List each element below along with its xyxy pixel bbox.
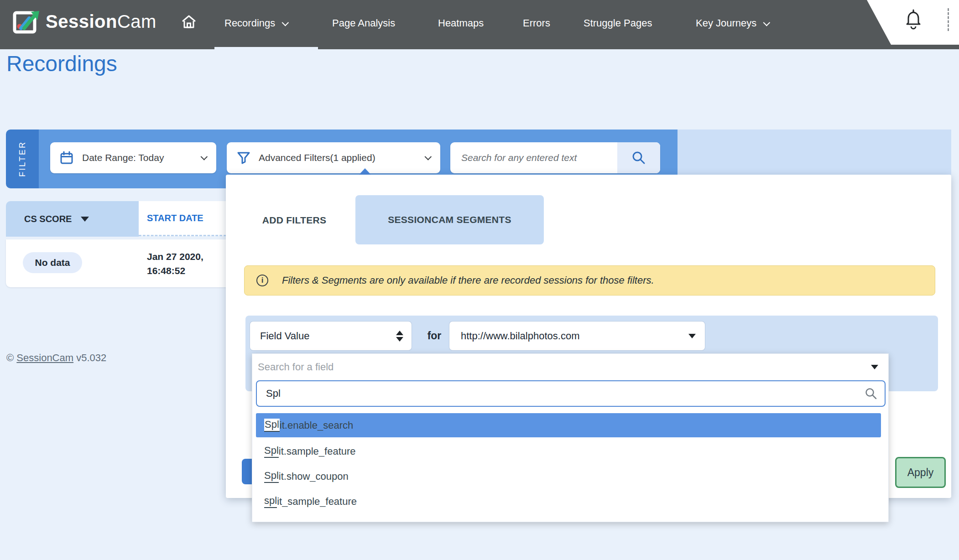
nav-item-page-analysis[interactable]: Page Analysis bbox=[332, 14, 395, 33]
search-icon bbox=[631, 150, 646, 166]
nav-item-heatmaps-label: Heatmaps bbox=[438, 17, 484, 29]
filter-side-tab[interactable]: FILTER bbox=[6, 130, 39, 188]
footer-copyright: © SessionCam v5.032 bbox=[6, 352, 106, 364]
select-dropdown-icon bbox=[871, 365, 878, 369]
brand-wordmark: SessionCam bbox=[46, 11, 156, 32]
match-highlight: Spl bbox=[264, 445, 279, 458]
nav-item-recordings-label: Recordings bbox=[224, 17, 275, 29]
option-rest: it.enable_search bbox=[280, 420, 353, 431]
field-search-input[interactable] bbox=[257, 388, 865, 399]
filter-bar-light-section bbox=[678, 130, 951, 175]
warning-text: Filters & Segments are only available if… bbox=[282, 275, 654, 286]
select-dropdown-icon bbox=[688, 334, 696, 338]
field-search-dropdown: Search for a field Split.enable_search S… bbox=[252, 353, 889, 522]
for-label: for bbox=[421, 321, 448, 350]
sessioncam-footer-link[interactable]: SessionCam bbox=[16, 352, 73, 363]
chevron-down-icon bbox=[763, 19, 771, 26]
chevron-down-icon bbox=[201, 153, 208, 160]
copyright-symbol: © bbox=[6, 352, 14, 363]
field-select-placeholder: Search for a field bbox=[258, 361, 334, 373]
start-date-value: Jan 27 2020, 16:48:52 bbox=[147, 249, 203, 278]
search-icon bbox=[865, 387, 877, 400]
cs-score-badge: No data bbox=[23, 252, 82, 273]
select-updown-icon bbox=[396, 331, 403, 342]
table-row[interactable]: No data Jan 27 2020, 16:48:52 bbox=[6, 239, 226, 287]
home-icon bbox=[181, 14, 197, 30]
nav-item-struggle-pages-label: Struggle Pages bbox=[584, 17, 652, 29]
page-title: Recordings bbox=[6, 51, 117, 76]
version-label: v5.032 bbox=[76, 352, 106, 363]
warning-banner: i Filters & Segments are only available … bbox=[244, 265, 935, 296]
app-window: SessionCam Recordings Page Analysis Heat… bbox=[0, 0, 959, 560]
search-submit-button[interactable] bbox=[617, 142, 660, 173]
chevron-down-icon bbox=[425, 153, 432, 160]
filter-tab-label: FILTER bbox=[18, 141, 27, 177]
table-header-cs-score[interactable]: CS SCORE bbox=[6, 201, 139, 237]
nav-item-page-analysis-label: Page Analysis bbox=[332, 17, 395, 29]
nav-item-key-journeys[interactable]: Key Journeys bbox=[696, 14, 768, 33]
panel-pointer-arrow bbox=[359, 168, 371, 175]
nav-item-heatmaps[interactable]: Heatmaps bbox=[438, 14, 484, 33]
option-rest: it.show_coupon bbox=[279, 471, 349, 482]
chevron-down-icon bbox=[282, 19, 289, 26]
top-navbar: SessionCam Recordings Page Analysis Heat… bbox=[0, 0, 959, 47]
site-url-value: http://www.bilalphotos.com bbox=[461, 330, 579, 342]
field-option[interactable]: Split.sample_feature bbox=[256, 439, 881, 463]
advanced-filters-label: Advanced Filters(1 applied) bbox=[259, 152, 418, 163]
calendar-icon bbox=[59, 150, 74, 165]
field-option[interactable]: Split.show_coupon bbox=[256, 464, 881, 488]
field-option-selected[interactable]: Split.enable_search bbox=[256, 413, 881, 437]
nav-item-errors[interactable]: Errors bbox=[523, 14, 550, 33]
match-highlight: Spl bbox=[264, 419, 280, 432]
sort-descending-icon bbox=[81, 217, 89, 222]
nav-item-struggle-pages[interactable]: Struggle Pages bbox=[584, 14, 652, 33]
date-range-label: Date Range: Today bbox=[82, 152, 194, 163]
info-icon: i bbox=[256, 275, 268, 286]
tab-sessioncam-segments[interactable]: SESSIONCAM SEGMENTS bbox=[355, 195, 544, 244]
sessioncam-logo-icon bbox=[12, 7, 40, 36]
bell-icon bbox=[904, 9, 923, 30]
navbar-bottom-strip-left bbox=[0, 47, 214, 49]
field-search-inputbox bbox=[256, 380, 886, 407]
cs-score-header-label: CS SCORE bbox=[24, 214, 72, 224]
text-search-box bbox=[450, 142, 660, 173]
drag-handle-dashes[interactable] bbox=[948, 8, 949, 31]
notifications-bell-button[interactable] bbox=[904, 9, 923, 30]
start-date-header-label: START DATE bbox=[147, 213, 203, 223]
nav-item-key-journeys-label: Key Journeys bbox=[696, 17, 756, 29]
option-rest: it.sample_feature bbox=[279, 446, 356, 457]
nav-item-errors-label: Errors bbox=[523, 17, 550, 29]
filter-funnel-icon bbox=[237, 151, 250, 165]
brand-logo[interactable]: SessionCam bbox=[12, 7, 156, 36]
navbar-bottom-strip-right bbox=[318, 47, 959, 49]
date-range-button[interactable]: Date Range: Today bbox=[50, 142, 216, 173]
search-input[interactable] bbox=[450, 142, 617, 173]
tab-add-filters[interactable]: ADD FILTERS bbox=[244, 196, 344, 244]
field-option[interactable]: split_sample_feature bbox=[256, 489, 881, 513]
nav-item-recordings[interactable]: Recordings bbox=[224, 14, 287, 33]
advanced-filters-button[interactable]: Advanced Filters(1 applied) bbox=[227, 142, 440, 173]
match-highlight: Spl bbox=[264, 470, 279, 483]
field-select-collapsed[interactable]: Search for a field bbox=[252, 354, 888, 380]
option-rest: it_sample_feature bbox=[277, 496, 357, 508]
field-type-select[interactable]: Field Value bbox=[250, 321, 412, 350]
table-header-start-date[interactable]: START DATE bbox=[139, 201, 226, 236]
apply-button[interactable]: Apply bbox=[895, 457, 946, 488]
site-url-select[interactable]: http://www.bilalphotos.com bbox=[449, 321, 705, 350]
match-highlight: spl bbox=[264, 495, 277, 508]
home-nav-button[interactable] bbox=[181, 14, 197, 33]
field-type-value: Field Value bbox=[260, 330, 309, 342]
